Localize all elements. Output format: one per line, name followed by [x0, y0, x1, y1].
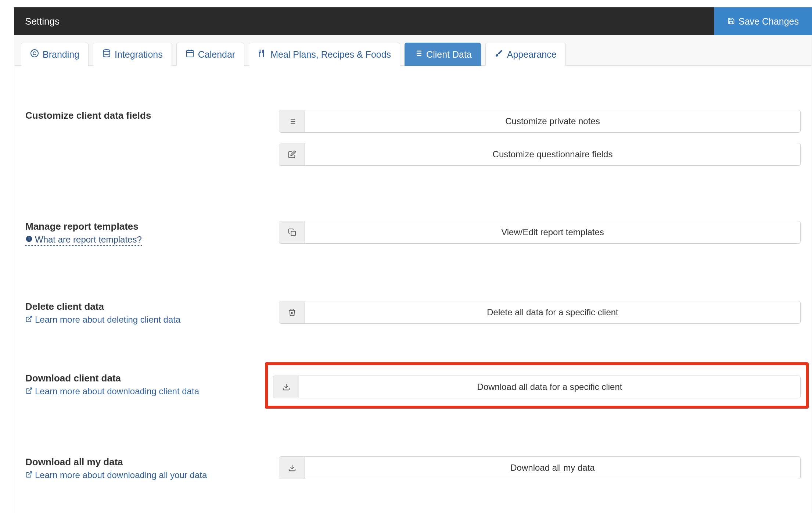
tabs-bar: Branding Integrations Calendar	[14, 43, 812, 66]
svg-point-1	[103, 50, 110, 52]
tab-body: Customize client data fields Customize p…	[14, 65, 812, 513]
save-icon	[727, 16, 735, 27]
link-label: Learn more about downloading client data	[35, 386, 199, 397]
tab-label: Calendar	[198, 49, 235, 60]
svg-line-25	[28, 472, 32, 475]
annotation-highlight: Download all data for a specific client	[265, 362, 809, 409]
svg-rect-2	[187, 50, 193, 57]
tab-appearance[interactable]: Appearance	[485, 43, 566, 66]
download-all-my-data-button[interactable]: Download all my data	[279, 456, 801, 479]
download-all-data-help-link[interactable]: Learn more about downloading all your da…	[25, 470, 207, 480]
tab-container: Branding Integrations Calendar	[14, 35, 812, 513]
link-label: What are report templates?	[35, 234, 142, 245]
tab-integrations[interactable]: Integrations	[93, 43, 172, 66]
section-title: Download all my data	[25, 456, 272, 468]
download-icon	[273, 376, 299, 398]
svg-line-23	[28, 388, 32, 391]
calendar-icon	[186, 49, 194, 60]
section-reports: Manage report templates What are report …	[25, 221, 801, 246]
utensils-icon	[258, 49, 267, 60]
button-label: Delete all data for a specific client	[305, 301, 800, 323]
download-icon	[279, 457, 305, 479]
section-title: Customize client data fields	[25, 110, 272, 121]
svg-point-0	[31, 50, 38, 57]
delete-client-data-help-link[interactable]: Learn more about deleting client data	[25, 315, 180, 325]
svg-rect-19	[29, 238, 29, 240]
section-download-client: Download client data Learn more about do…	[25, 373, 801, 401]
external-link-icon	[25, 470, 33, 480]
report-templates-help-link[interactable]: What are report templates?	[25, 234, 142, 246]
tab-label: Integrations	[115, 49, 163, 60]
database-icon	[102, 49, 111, 60]
button-label: Download all my data	[305, 457, 800, 479]
edit-icon	[279, 143, 305, 165]
tab-branding[interactable]: Branding	[21, 43, 89, 66]
svg-point-20	[29, 237, 29, 238]
download-client-data-help-link[interactable]: Learn more about downloading client data	[25, 386, 199, 397]
copy-icon	[279, 221, 305, 243]
list-icon	[279, 110, 305, 132]
tab-label: Branding	[43, 49, 79, 60]
tab-meal-plans[interactable]: Meal Plans, Recipes & Foods	[249, 43, 400, 66]
tab-label: Meal Plans, Recipes & Foods	[270, 49, 391, 60]
page-title: Settings	[25, 16, 60, 27]
info-icon	[25, 234, 33, 245]
tab-label: Client Data	[426, 49, 472, 60]
settings-header: Settings Save Changes	[14, 7, 812, 35]
section-title: Download client data	[25, 373, 272, 384]
link-label: Learn more about deleting client data	[35, 315, 180, 325]
section-title: Manage report templates	[25, 221, 272, 232]
svg-line-22	[28, 316, 32, 320]
paint-brush-icon	[495, 49, 503, 60]
copyright-icon	[30, 49, 39, 60]
section-download-all: Download all my data Learn more about do…	[25, 456, 801, 480]
view-edit-report-templates-button[interactable]: View/Edit report templates	[279, 221, 801, 244]
button-label: Customize questionnaire fields	[305, 143, 800, 165]
button-label: View/Edit report templates	[305, 221, 800, 243]
customize-questionnaire-button[interactable]: Customize questionnaire fields	[279, 143, 801, 166]
section-title: Delete client data	[25, 301, 272, 312]
external-link-icon	[25, 386, 33, 397]
customize-private-notes-button[interactable]: Customize private notes	[279, 110, 801, 133]
link-label: Learn more about downloading all your da…	[35, 470, 207, 480]
delete-specific-client-button[interactable]: Delete all data for a specific client	[279, 301, 801, 324]
svg-rect-21	[291, 231, 295, 236]
save-changes-button[interactable]: Save Changes	[714, 7, 812, 35]
section-delete: Delete client data Learn more about dele…	[25, 301, 801, 325]
download-specific-client-button[interactable]: Download all data for a specific client	[273, 376, 801, 398]
trash-icon	[279, 301, 305, 323]
save-button-label: Save Changes	[739, 16, 799, 27]
list-icon	[414, 49, 423, 60]
tab-calendar[interactable]: Calendar	[176, 43, 244, 66]
tab-label: Appearance	[507, 49, 557, 60]
external-link-icon	[25, 315, 33, 325]
button-label: Download all data for a specific client	[299, 376, 800, 398]
button-label: Customize private notes	[305, 110, 800, 132]
tab-client-data[interactable]: Client Data	[405, 43, 481, 66]
section-customize: Customize client data fields Customize p…	[25, 110, 801, 166]
